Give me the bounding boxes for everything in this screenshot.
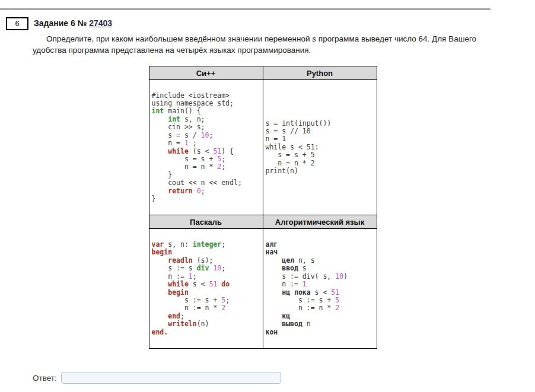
code-algo: алгнач цел n, s ввод s s := div( s, 10) … (266, 241, 375, 336)
table-header-row-2: Паскаль Алгоритмический язык (149, 215, 377, 229)
problem-text-part1: Определите, при каком наибольшем введённ… (46, 34, 312, 43)
table-code-row-2: var s, n: integer;begin readln (s); s :=… (149, 229, 377, 349)
code-cell-pascal: var s, n: integer;begin readln (s); s :=… (149, 229, 263, 349)
task-header: 6 Задание 6 № 27403 (0, 17, 535, 31)
col-header-algo: Алгоритмический язык (263, 215, 377, 229)
code-cpp: #include <iostream>using namespace std;i… (152, 92, 261, 203)
code-pascal: var s, n: integer;begin readln (s); s :=… (152, 241, 261, 336)
top-divider (0, 8, 491, 10)
answer-input[interactable] (61, 372, 281, 384)
col-header-pascal: Паскаль (149, 215, 263, 229)
table-code-row-1: #include <iostream>using namespace std;i… (149, 80, 377, 215)
task-page: 6 Задание 6 № 27403 Определите, при како… (0, 0, 535, 392)
answer-row: Ответ: (33, 372, 493, 384)
code-table: Си++ Python #include <iostream>using nam… (149, 66, 377, 349)
table-header-row-1: Си++ Python (149, 66, 377, 80)
task-number-link[interactable]: 27403 (89, 18, 112, 28)
task-content: Определите, при каком наибольшем введённ… (33, 33, 493, 384)
task-index-box: 6 (6, 17, 28, 30)
code-cell-python: s = int(input())s = s // 10n = 1while s … (263, 80, 377, 215)
code-cell-cpp: #include <iostream>using namespace std;i… (149, 80, 263, 215)
task-title-label: Задание 6 № (34, 18, 89, 28)
problem-statement: Определите, при каком наибольшем введённ… (33, 33, 491, 56)
col-header-cpp: Си++ (149, 66, 263, 80)
code-cell-algo: алгнач цел n, s ввод s s := div( s, 10) … (263, 229, 377, 349)
code-python: s = int(input())s = s // 10n = 1while s … (266, 120, 375, 176)
answer-label: Ответ: (33, 374, 57, 383)
col-header-python: Python (263, 66, 377, 80)
task-title: Задание 6 № 27403 (34, 18, 112, 28)
